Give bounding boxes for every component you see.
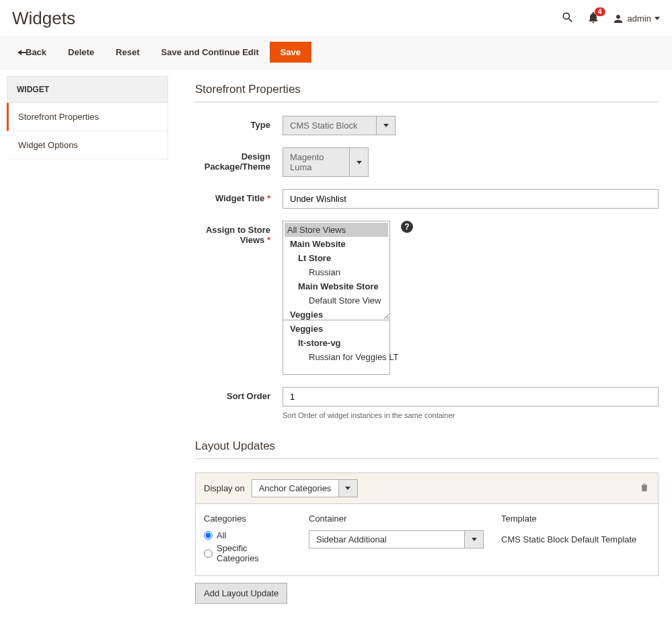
section-title-storefront: Storefront Properties (195, 83, 659, 102)
user-menu[interactable]: admin (612, 13, 660, 25)
main-panel: Storefront Properties Type CMS Static Bl… (182, 76, 665, 617)
categories-label: Categories (204, 514, 291, 524)
row-theme: Design Package/Theme Magento Luma (195, 147, 659, 177)
assign-label: Assign to Store Views* (195, 221, 283, 245)
save-continue-button[interactable]: Save and Continue Edit (151, 42, 270, 63)
section-title-layout: Layout Updates (195, 439, 659, 459)
radio-all-label: All (217, 530, 226, 540)
sidebar: WIDGET Storefront Properties Widget Opti… (7, 76, 168, 160)
radio-specific-input[interactable] (204, 549, 213, 558)
type-value: CMS Static Block (283, 116, 377, 135)
store-group-main: Main Website (285, 237, 388, 251)
widget-title-input[interactable] (283, 189, 659, 209)
theme-toggle[interactable] (350, 147, 369, 177)
radio-specific[interactable]: Specific Categories (204, 543, 291, 563)
store-views-select-2[interactable]: Veggies lt-store-vg Russian for Veggies … (283, 320, 390, 375)
template-value: CMS Static Block Default Template (501, 530, 636, 544)
row-store-views: Assign to Store Views* All Store Views M… (195, 221, 659, 375)
sidebar-item-widget-options[interactable]: Widget Options (7, 131, 168, 160)
chevron-down-icon (655, 17, 660, 20)
chevron-down-icon (345, 487, 350, 490)
notifications-icon[interactable]: 4 (587, 11, 600, 26)
reset-button[interactable]: Reset (105, 42, 150, 63)
back-button[interactable]: Back (7, 42, 57, 63)
container-toggle[interactable] (465, 530, 484, 549)
delete-button[interactable]: Delete (57, 42, 105, 63)
arrow-left-icon (17, 50, 22, 55)
notif-badge: 4 (595, 7, 605, 16)
theme-dropdown: Magento Luma (283, 147, 565, 177)
sidebar-item-storefront-props[interactable]: Storefront Properties (7, 103, 168, 131)
row-widget-title: Widget Title* (195, 189, 659, 209)
back-label: Back (26, 47, 46, 57)
layout-body: Categories All Specific Categories Conta… (196, 504, 658, 575)
store-view-default[interactable]: Default Store View (285, 293, 388, 308)
container-select[interactable]: Sidebar Additional (309, 530, 484, 549)
header-tools: 4 admin (561, 11, 660, 26)
page-title: Widgets (12, 8, 75, 29)
store-subgroup-lt: Lt Store (285, 251, 388, 265)
sort-help: Sort Order of widget instances in the sa… (283, 411, 659, 419)
sort-order-input[interactable] (283, 387, 659, 407)
store-subgroup-lt-vg: lt-store-vg (285, 336, 388, 350)
store-group-veggies-2: Veggies (285, 322, 388, 336)
content: WIDGET Storefront Properties Widget Opti… (0, 69, 672, 624)
display-on-select[interactable]: Anchor Categories (252, 479, 358, 497)
theme-value: Magento Luma (283, 147, 350, 177)
type-label: Type (195, 116, 283, 130)
layout-update-block: Display on Anchor Categories Categories … (195, 472, 659, 576)
container-value: Sidebar Additional (309, 530, 465, 549)
delete-layout-icon[interactable] (639, 482, 650, 495)
store-group-veggies: Veggies (285, 308, 388, 320)
widget-title-label: Widget Title* (195, 189, 283, 203)
store-all[interactable]: All Store Views (285, 223, 388, 237)
store-subgroup-mainwebstore: Main Website Store (285, 279, 388, 293)
theme-label: Design Package/Theme (195, 147, 283, 172)
chevron-down-icon (472, 538, 477, 541)
row-sort-order: Sort Order Sort Order of widget instance… (195, 387, 659, 419)
template-label: Template (501, 514, 636, 524)
sort-label: Sort Order (195, 387, 283, 401)
display-on-toggle[interactable] (339, 479, 358, 497)
type-toggle[interactable] (377, 116, 396, 135)
chevron-down-icon (357, 161, 362, 164)
type-dropdown: CMS Static Block (283, 116, 565, 135)
help-icon[interactable]: ? (401, 221, 413, 233)
layout-header: Display on Anchor Categories (196, 473, 658, 504)
sidebar-header: WIDGET (7, 76, 168, 103)
display-on-value: Anchor Categories (252, 479, 339, 497)
container-label: Container (309, 514, 484, 524)
store-view-russian-veggies[interactable]: Russian for Veggies LT (285, 350, 388, 364)
store-view-russian[interactable]: Russian (285, 265, 388, 279)
page-header: Widgets 4 admin (0, 0, 672, 36)
store-views-select[interactable]: All Store Views Main Website Lt Store Ru… (283, 221, 390, 320)
search-icon[interactable] (561, 11, 574, 26)
radio-all-input[interactable] (204, 531, 213, 540)
add-layout-button[interactable]: Add Layout Update (195, 583, 287, 604)
user-name: admin (628, 13, 651, 24)
radio-specific-label: Specific Categories (217, 543, 291, 563)
row-type: Type CMS Static Block (195, 116, 659, 135)
save-button[interactable]: Save (270, 42, 311, 63)
action-bar: Back Delete Reset Save and Continue Edit… (0, 36, 672, 69)
chevron-down-icon (383, 124, 389, 127)
display-on-label: Display on (204, 483, 245, 493)
radio-all[interactable]: All (204, 530, 291, 540)
